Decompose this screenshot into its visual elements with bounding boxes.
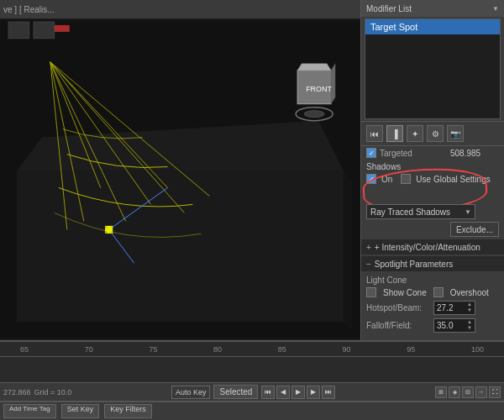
viewport-top-bar: ve ] [ Realis... (0, 0, 360, 18)
shadow-type-dropdown[interactable]: Ray Traced Shadows ▼ (366, 204, 475, 219)
ruler-mark-85: 85 (278, 345, 286, 354)
prev-frame-btn[interactable]: ⏮ (261, 386, 275, 399)
selected-text: Selected (219, 387, 252, 396)
spotlight-collapse-icon: − (366, 260, 371, 269)
svg-point-14 (106, 226, 113, 233)
toolbar-icon-first[interactable]: ⏮ (366, 125, 383, 142)
hotspot-label: Hotspot/Beam: (366, 303, 433, 312)
show-cone-row: Show Cone Overshoot (366, 287, 499, 297)
right-panel: Modifier List ▼ Target Spot ⏮ ▐ ✦ ⚙ 📷 Ta… (361, 0, 504, 340)
ruler-mark-80: 80 (213, 345, 222, 354)
modifier-selected-row[interactable]: Target Spot (365, 19, 500, 34)
main-area: ve ] [ Realis... (0, 0, 504, 340)
falloff-label: Falloff/Field: (366, 321, 433, 330)
playback-controls: ⏮ ◀ ▶ ▶ ⏭ (261, 386, 335, 399)
mini-icon-2[interactable]: ◈ (449, 386, 460, 398)
overshoot-checkbox[interactable] (433, 287, 444, 297)
play-btn[interactable]: ▶ (291, 386, 305, 399)
intensity-label: + Intensity/Color/Attenuation (375, 243, 480, 252)
toolbar-icon-third[interactable]: ✦ (407, 125, 423, 142)
spotlight-section-label: Spotlight Parameters (375, 260, 453, 269)
add-time-tag-btn[interactable]: Add Time Tag (3, 404, 56, 418)
intensity-expand-icon: + (366, 243, 371, 252)
targeted-label: Targeted (380, 149, 447, 158)
ruler-mark-75: 75 (149, 345, 157, 354)
shadows-controls: On Use Global Settings (366, 174, 499, 184)
ruler-mark-100: 100 (471, 345, 484, 354)
shadows-global-label: Use Global Settings (416, 175, 490, 184)
targeted-value: 508.985 (450, 149, 480, 158)
shadows-on-checkbox[interactable] (366, 174, 376, 184)
modifier-list-box[interactable]: Target Spot (365, 18, 501, 119)
mini-icon-4[interactable]: ↔ (475, 386, 487, 398)
shadow-type-value: Ray Traced Shadows (370, 207, 450, 217)
shadows-header: Shadows (366, 162, 499, 171)
hotspot-input[interactable]: 27.2 ▲ ▼ (433, 301, 475, 315)
spotlight-section-header[interactable]: − Spotlight Parameters (361, 256, 504, 271)
timeline-ruler: 65 70 75 80 85 90 95 100 (0, 342, 504, 357)
intensity-section-header[interactable]: + + Intensity/Color/Attenuation (361, 239, 504, 255)
shadow-type-dropdown-row: Ray Traced Shadows ▼ (366, 204, 499, 219)
selected-badge: Selected (213, 385, 258, 399)
svg-text:FRONT: FRONT (306, 85, 332, 93)
viewport-label: ve ] [ Realis... (3, 5, 55, 14)
key-filters-btn[interactable]: Key Filters (104, 404, 152, 418)
svg-marker-18 (297, 64, 331, 71)
shadows-on-label: On (381, 175, 392, 184)
exclude-button[interactable]: Exclude... (450, 222, 499, 237)
toolbar-icon-fourth[interactable]: ⚙ (427, 125, 444, 142)
show-cone-label: Show Cone (383, 288, 427, 297)
ruler-mark-90: 90 (343, 345, 351, 354)
coord-display: 272.866 (3, 388, 31, 396)
hotspot-down-arrow[interactable]: ▼ (467, 307, 472, 313)
viewport[interactable]: ve ] [ Realis... (0, 0, 361, 340)
modifier-list-arrow: ▼ (492, 5, 499, 13)
modifier-list-label: Modifier List (366, 4, 412, 13)
mini-icon-5[interactable]: ⛶ (489, 386, 501, 398)
timeline-track[interactable] (0, 357, 504, 383)
shadows-global-checkbox[interactable] (401, 174, 411, 184)
dropdown-arrow-icon: ▼ (465, 208, 471, 216)
modifier-list-header[interactable]: Modifier List ▼ (361, 0, 504, 17)
light-cone-label: Light Cone (366, 276, 499, 285)
falloff-down-arrow[interactable]: ▼ (467, 325, 472, 331)
svg-marker-1 (17, 171, 344, 323)
bottom-status-bar: Add Time Tag Set Key Key Filters (0, 402, 504, 420)
mini-icon-1[interactable]: ⊞ (435, 386, 447, 398)
toolbar-icon-fifth[interactable]: 📷 (447, 125, 464, 142)
svg-rect-25 (55, 25, 70, 32)
svg-rect-24 (34, 22, 55, 39)
toolbar-icons: ⏮ ▐ ✦ ⚙ 📷 (361, 121, 504, 146)
ruler-marks: 65 70 75 80 85 90 95 100 (3, 345, 501, 354)
next-key-btn[interactable]: ▶ (307, 386, 320, 399)
timeline-bottom-controls: 272.866 Grid = 10.0 Auto Key Selected ⏮ … (0, 383, 504, 402)
ruler-mark-65: 65 (20, 345, 29, 354)
overshoot-label: Overshoot (450, 288, 489, 297)
ruler-mark-95: 95 (407, 345, 415, 354)
ruler-mark-70: 70 (85, 345, 93, 354)
svg-marker-3 (344, 171, 352, 331)
svg-rect-23 (8, 22, 29, 39)
hotspot-value: 27.2 (437, 303, 453, 312)
falloff-up-arrow[interactable]: ▲ (467, 319, 472, 325)
hotspot-spinner[interactable]: ▲ ▼ (467, 302, 472, 313)
falloff-value: 35.0 (437, 321, 453, 330)
grid-display: Grid = 10.0 (34, 388, 72, 396)
mini-icons-row: ⊞ ◈ ⊟ ↔ ⛶ (435, 386, 501, 398)
hotspot-up-arrow[interactable]: ▲ (467, 302, 472, 307)
set-key-btn[interactable]: Set Key (61, 404, 100, 418)
falloff-row: Falloff/Field: 35.0 ▲ ▼ (366, 318, 499, 333)
falloff-input[interactable]: 35.0 ▲ ▼ (433, 318, 475, 333)
targeted-checkbox[interactable] (366, 148, 376, 158)
next-frame-btn[interactable]: ⏭ (322, 386, 335, 399)
spotlight-params: Light Cone Show Cone Overshoot Hotspot/B… (361, 273, 504, 338)
toolbar-icon-second[interactable]: ▐ (386, 125, 403, 142)
falloff-spinner[interactable]: ▲ ▼ (467, 319, 472, 331)
show-cone-checkbox[interactable] (366, 287, 376, 297)
targeted-row: Targeted 508.985 (361, 146, 504, 160)
auto-key-btn[interactable]: Auto Key (171, 386, 211, 399)
viewport-canvas: FRONT (0, 18, 360, 340)
timeline-area: 65 70 75 80 85 90 95 100 272.866 Grid = … (0, 340, 504, 420)
mini-icon-3[interactable]: ⊟ (462, 386, 474, 398)
prev-key-btn[interactable]: ◀ (276, 386, 290, 399)
